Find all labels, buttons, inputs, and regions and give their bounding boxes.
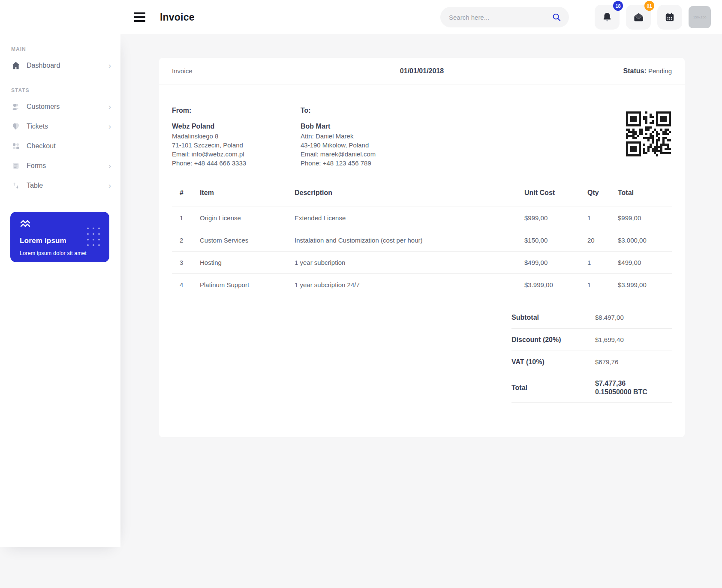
avatar[interactable]: 150x150 — [689, 6, 711, 28]
table-row: 2 Custom Services Instalation and Custom… — [172, 229, 672, 252]
from-label: From: — [172, 107, 301, 114]
from-address-line: Madalinskiego 8 — [172, 133, 301, 139]
cell-description: Extended License — [295, 207, 524, 229]
total-value: $7.477,36 0.15050000 BTC — [595, 379, 647, 396]
sidebar-item-tickets[interactable]: Tickets › — [0, 117, 120, 136]
invoice-card-title: Invoice — [172, 67, 339, 75]
cell-total: $3.999,00 — [618, 274, 672, 296]
qr-code — [626, 111, 671, 156]
cell-index: 3 — [172, 252, 200, 274]
cell-qty: 1 — [587, 207, 618, 229]
discount-label: Discount (20%) — [511, 336, 595, 344]
table-row: 1 Origin License Extended License $999,0… — [172, 207, 672, 229]
chevron-right-icon: › — [108, 123, 111, 130]
cell-item: Origin License — [200, 207, 295, 229]
invoice-card: Invoice 01/01/01/2018 Status: Pending Fr… — [159, 58, 685, 437]
sidebar-section-main: MAIN — [11, 46, 109, 52]
cell-index: 2 — [172, 229, 200, 252]
cell-index: 1 — [172, 207, 200, 229]
mail-icon — [633, 12, 644, 23]
main-content: Invoice 01/01/01/2018 Status: Pending Fr… — [120, 34, 722, 588]
forms-icon — [11, 161, 21, 171]
search-icon[interactable] — [552, 12, 561, 22]
from-name: Webz Poland — [172, 123, 301, 130]
subtotal-row: Subtotal $8.497,00 — [511, 306, 672, 329]
promo-card[interactable]: Lorem ipsum Lorem ipsum dolor sit amet — [10, 212, 109, 262]
cell-item: Custom Services — [200, 229, 295, 252]
checkout-grid-icon — [11, 141, 21, 151]
menu-toggle-button[interactable] — [132, 11, 147, 24]
invoice-totals: Subtotal $8.497,00 Discount (20%) $1,699… — [511, 306, 672, 403]
column-header: Description — [295, 178, 524, 207]
chevron-right-icon: › — [108, 182, 111, 189]
calendar-icon — [664, 12, 675, 23]
vat-value: $679,76 — [595, 358, 618, 366]
invoice-addresses: From: Webz Poland Madalinskiego 8 71-101… — [172, 107, 672, 172]
sidebar-item-label: Forms — [27, 162, 46, 170]
sidebar-item-label: Customers — [27, 103, 60, 111]
messages-button[interactable]: 01 — [626, 5, 651, 30]
column-header: Qty — [587, 178, 618, 207]
messages-badge: 01 — [644, 1, 654, 11]
cell-total: $999,00 — [618, 207, 672, 229]
sidebar-item-label: Checkout — [27, 142, 56, 150]
calendar-button[interactable] — [657, 5, 682, 30]
column-header: # — [172, 178, 200, 207]
sidebar-item-label: Tickets — [27, 123, 48, 130]
to-address-line: Attn: Daniel Marek — [301, 133, 429, 139]
to-phone: Phone: +48 123 456 789 — [301, 160, 429, 166]
cell-total: $499,00 — [618, 252, 672, 274]
status-label: Status: — [623, 67, 647, 75]
discount-value: $1,699,40 — [595, 336, 624, 344]
invoice-date: 01/01/01/2018 — [339, 67, 505, 75]
users-icon — [11, 102, 21, 111]
sidebar-item-table[interactable]: Table › — [0, 176, 120, 195]
total-btc: 0.15050000 BTC — [595, 388, 647, 396]
cell-qty: 1 — [587, 274, 618, 296]
cell-description: 1 year subcription 24/7 — [295, 274, 524, 296]
promo-subtitle: Lorem ipsum dolor sit amet — [20, 250, 100, 256]
sidebar-item-dashboard[interactable]: Dashboard › — [0, 56, 120, 75]
table-header-row: # Item Description Unit Cost Qty Total — [172, 178, 672, 207]
total-usd: $7.477,36 — [595, 380, 626, 387]
cell-description: 1 year subcription — [295, 252, 524, 274]
cell-unit-cost: $3.999,00 — [524, 274, 587, 296]
column-header: Total — [618, 178, 672, 207]
sidebar-item-checkout[interactable]: Checkout — [0, 136, 120, 156]
chevron-right-icon: › — [108, 62, 111, 69]
cell-description: Instalation and Customization (cost per … — [295, 229, 524, 252]
invoice-to: To: Bob Mart Attn: Daniel Marek 43-190 M… — [301, 107, 429, 166]
to-label: To: — [301, 107, 429, 114]
cell-unit-cost: $999,00 — [524, 207, 587, 229]
search-input[interactable] — [449, 14, 552, 21]
subtotal-value: $8.497,00 — [595, 314, 624, 321]
discount-row: Discount (20%) $1,699,40 — [511, 329, 672, 351]
page-title: Invoice — [160, 12, 195, 23]
cell-total: $3.000,00 — [618, 229, 672, 252]
sidebar-item-label: Table — [27, 182, 43, 189]
from-phone: Phone: +48 444 666 3333 — [172, 160, 301, 166]
notification-badge: 18 — [613, 1, 623, 11]
column-header: Item — [200, 178, 295, 207]
column-header: Unit Cost — [524, 178, 587, 207]
to-name: Bob Mart — [301, 123, 429, 130]
cell-qty: 1 — [587, 252, 618, 274]
cell-index: 4 — [172, 274, 200, 296]
vat-row: VAT (10%) $679,76 — [511, 351, 672, 373]
cell-item: Platinum Support — [200, 274, 295, 296]
vat-label: VAT (10%) — [511, 358, 595, 366]
to-address-line: 43-190 Mikolow, Poland — [301, 142, 429, 148]
sidebar-item-forms[interactable]: Forms › — [0, 156, 120, 176]
to-email: Email: marek@daniel.com — [301, 151, 429, 157]
search-bar[interactable] — [440, 7, 569, 27]
from-address-line: 71-101 Szczecin, Poland — [172, 142, 301, 148]
sidebar-item-customers[interactable]: Customers › — [0, 97, 120, 117]
sidebar-section-stats: STATS — [11, 87, 109, 93]
total-label: Total — [511, 384, 595, 392]
app-root: Invoice 18 — [0, 0, 722, 588]
wave-icon — [20, 219, 33, 229]
table-row: 3 Hosting 1 year subcription $499,00 1 $… — [172, 252, 672, 274]
notifications-button[interactable]: 18 — [595, 5, 620, 30]
invoice-from: From: Webz Poland Madalinskiego 8 71-101… — [172, 107, 301, 172]
invoice-items-table: # Item Description Unit Cost Qty Total 1… — [172, 178, 672, 296]
